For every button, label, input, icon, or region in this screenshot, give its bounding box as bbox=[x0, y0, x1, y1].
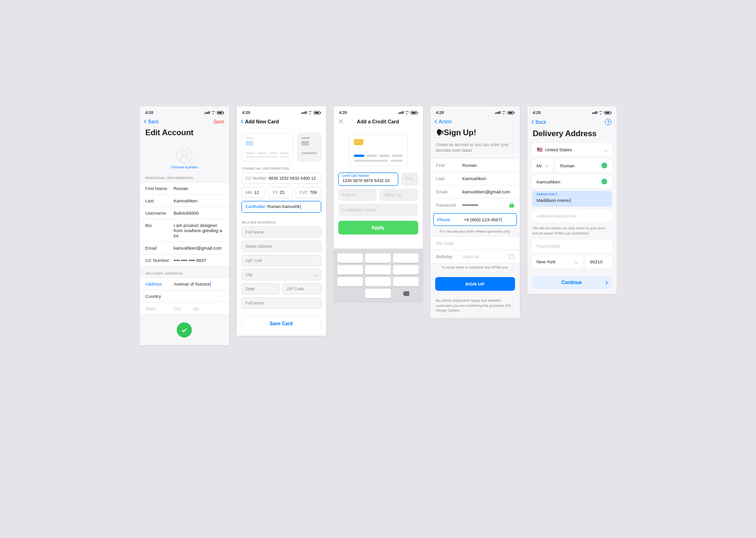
check-circle-icon bbox=[601, 179, 607, 184]
state-input[interactable]: State bbox=[241, 283, 280, 295]
cvc-input[interactable]: CVC bbox=[401, 173, 418, 186]
ccnumber-input[interactable]: Credit Card Number 1234 5678 9876 5432 1… bbox=[338, 173, 398, 186]
cardholder-input[interactable]: Cardholder Name bbox=[338, 204, 418, 216]
numkey-delete[interactable] bbox=[393, 289, 419, 298]
apt-input[interactable]: Apt / Unit bbox=[241, 255, 321, 266]
state-city-zip-row[interactable]: StateCityZip bbox=[140, 303, 229, 314]
signup-form: FirstRoman LastKamushken Emailkamushken@… bbox=[430, 158, 520, 227]
yy-input[interactable]: YY23 bbox=[268, 187, 292, 198]
billing-inputs: Full Name Street Address Apt / Unit City… bbox=[237, 226, 326, 312]
numkey-6[interactable] bbox=[393, 265, 419, 275]
street-input[interactable]: Street Address bbox=[241, 241, 321, 252]
address-row[interactable]: AddressAvenue of Succes bbox=[140, 278, 229, 290]
battery-icon bbox=[314, 111, 320, 114]
apply-button[interactable]: Apply bbox=[338, 221, 418, 234]
first-row[interactable]: FirstRoman bbox=[430, 159, 520, 172]
choose-photo-link[interactable]: Choose a photo bbox=[171, 165, 198, 169]
firstname-input[interactable]: Roman bbox=[556, 159, 612, 172]
screen-signup: 4:20 Action 🗣Sign Up! Create an account … bbox=[430, 106, 520, 318]
numkey-3[interactable] bbox=[393, 253, 419, 263]
country-row[interactable]: Country› bbox=[140, 290, 229, 303]
status-bar: 4:20 bbox=[237, 106, 326, 117]
numkey-4[interactable] bbox=[337, 265, 363, 275]
state-label: State bbox=[246, 286, 255, 291]
battery-icon bbox=[411, 111, 417, 114]
email-row[interactable]: Emailkamushken@gmail.com bbox=[430, 185, 520, 199]
cvc-input[interactable]: CVC709 bbox=[295, 187, 321, 198]
back-button[interactable]: Action bbox=[435, 119, 452, 124]
signup-button[interactable]: Sign Up bbox=[435, 277, 515, 291]
page-title: Delivery Address bbox=[527, 129, 617, 143]
placeholder-input[interactable]: Placeholder bbox=[532, 240, 612, 252]
chevron-left-icon bbox=[241, 120, 244, 123]
username-row[interactable]: UsernameBobrick5000 bbox=[140, 207, 229, 219]
apt-label: Apt / Unit bbox=[246, 258, 262, 263]
city-select[interactable]: New York bbox=[532, 255, 583, 268]
birthday-value: Optional bbox=[463, 254, 504, 259]
signal-icon bbox=[592, 111, 597, 114]
success-check-button[interactable] bbox=[177, 322, 192, 338]
numkey-5[interactable] bbox=[365, 265, 391, 275]
numkey-2[interactable] bbox=[365, 253, 391, 263]
cardholder-input[interactable]: CardholderRoman Kamushk bbox=[241, 201, 321, 213]
back-button[interactable]: Back bbox=[532, 120, 546, 125]
numkey-7[interactable] bbox=[337, 277, 363, 286]
address2-input[interactable]: Address second line bbox=[532, 209, 612, 222]
save-button[interactable]: Save bbox=[214, 119, 224, 124]
screen-add-new-card: 4:20 Add New Card Financial Information … bbox=[237, 106, 326, 336]
avatar-placeholder-icon[interactable] bbox=[176, 147, 192, 163]
salutation-select[interactable]: Mr bbox=[532, 159, 553, 172]
calendar-icon bbox=[509, 254, 514, 259]
card-chip-icon bbox=[301, 141, 309, 146]
email-row[interactable]: Emailkamushken@gmail.com bbox=[140, 242, 229, 254]
backspace-icon bbox=[403, 291, 409, 296]
card-number-placeholder bbox=[246, 152, 289, 154]
numkey-0[interactable] bbox=[365, 289, 391, 298]
section-delivery: Delivery Address bbox=[140, 267, 229, 278]
last-name-row[interactable]: LastKamushken bbox=[140, 195, 229, 207]
city-label: City bbox=[174, 306, 181, 311]
first-name-row[interactable]: First NameRoman bbox=[140, 182, 229, 195]
address1-input[interactable]: Address Line 1Maddison Avenu bbox=[532, 191, 612, 207]
city-label: City bbox=[246, 272, 253, 277]
numkey-1[interactable] bbox=[337, 253, 363, 263]
last-row[interactable]: LastKamushken bbox=[430, 172, 520, 185]
card-preview bbox=[334, 128, 423, 166]
financial-inputs: CC Number9836 1532 0932 9400 12 MM12 YY2… bbox=[237, 173, 326, 216]
bio-row[interactable]: BioI am product designer from nowhere gr… bbox=[140, 219, 229, 242]
zip-input[interactable]: 90210 bbox=[585, 255, 612, 268]
close-button[interactable] bbox=[338, 119, 344, 124]
signal-icon bbox=[495, 111, 500, 114]
card-preview-1[interactable] bbox=[241, 133, 293, 162]
back-button[interactable]: Back bbox=[145, 119, 159, 124]
zip-row[interactable]: Zip Code bbox=[430, 237, 520, 250]
birthday-row[interactable]: BirthdayOptional bbox=[430, 250, 520, 263]
expires-input[interactable]: Expires bbox=[338, 189, 377, 201]
ccnumber-label: Credit Card Number bbox=[342, 174, 369, 177]
mm-input[interactable]: MM12 bbox=[241, 187, 266, 198]
continue-button[interactable]: Continue bbox=[532, 276, 612, 289]
save-card-button[interactable]: Save Card bbox=[241, 316, 321, 331]
back-button[interactable]: Add New Card bbox=[241, 119, 279, 124]
chevron-left-icon bbox=[531, 120, 535, 124]
password-row[interactable]: Password•••••••••• bbox=[430, 199, 520, 212]
card-preview-2[interactable] bbox=[297, 133, 321, 162]
fullname-input[interactable]: Full Name bbox=[241, 226, 321, 238]
ccnumber-row[interactable]: CC Number•••• •••• •••• 8937 bbox=[140, 254, 229, 266]
lastname-input[interactable]: Kamushken bbox=[532, 175, 612, 188]
zipcode-input[interactable]: ZIP Code bbox=[283, 283, 321, 295]
numkey-blank bbox=[337, 289, 363, 298]
fullname2-input[interactable]: Full Name bbox=[241, 297, 321, 309]
street-label: Street Address bbox=[246, 244, 272, 249]
country-select[interactable]: 🇺🇸United States bbox=[532, 143, 612, 156]
page-title: 🗣Sign Up! bbox=[430, 128, 520, 142]
help-button[interactable]: ? bbox=[605, 119, 611, 125]
phone-row[interactable]: Phone+8 (800) 123-4567 bbox=[433, 213, 517, 226]
card-number-placeholder bbox=[301, 152, 317, 154]
numkey-9[interactable] bbox=[393, 277, 419, 286]
city-select[interactable]: City bbox=[241, 269, 321, 280]
numkey-8[interactable] bbox=[365, 277, 391, 286]
billing-zip-input[interactable]: Billing Zip bbox=[379, 189, 418, 201]
ccnumber-input[interactable]: CC Number9836 1532 0932 9400 12 bbox=[241, 173, 321, 184]
text-cursor-icon bbox=[501, 217, 502, 222]
